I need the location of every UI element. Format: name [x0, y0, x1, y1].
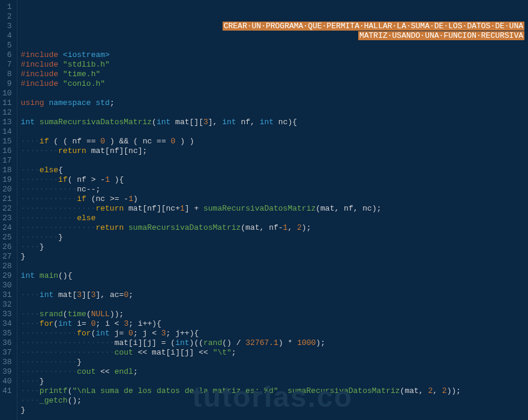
code-line[interactable]: ····else{ [21, 166, 524, 175]
line-number: 21 [2, 194, 12, 204]
code-line[interactable]: ················return sumaRecursivaDato… [21, 223, 524, 233]
code-line[interactable]: int main(){ [21, 271, 524, 281]
code-line[interactable]: ············nc--; [21, 185, 524, 194]
code-line[interactable]: ············cout << endl; [21, 367, 524, 377]
code-line[interactable] [21, 108, 524, 118]
line-number: 37 [2, 348, 12, 358]
code-line[interactable]: #include "conio.h" [21, 79, 524, 89]
code-line[interactable] [21, 89, 524, 98]
code-line[interactable]: #include "time.h" [21, 70, 524, 79]
line-number: 18 [2, 166, 12, 175]
line-number: 32 [2, 300, 12, 310]
code-line[interactable] [21, 127, 524, 137]
code-line[interactable]: ········return mat[nf][nc]; [21, 146, 524, 156]
code-line[interactable]: ····for(int i= 0; i < 3; i++){ [21, 319, 524, 329]
line-number: 10 [2, 89, 12, 98]
line-number: 38 [2, 358, 12, 367]
code-area[interactable]: CREAR·UN·PROGRAMA·QUE·PERMITA·HALLAR·LA·… [17, 0, 528, 420]
code-line[interactable]: ············for(int j= 0; j < 3; j++){ [21, 329, 524, 338]
line-number: 35 [2, 329, 12, 338]
highlighted-comment: MATRIZ·USANDO·UNA·FUNCION·RECURSIVA [358, 31, 524, 40]
line-number: 11 [2, 98, 12, 108]
code-line[interactable]: ············if (nc >= -1) [21, 194, 524, 204]
code-line[interactable] [21, 262, 524, 271]
code-line[interactable]: ················return mat[nf][nc+1] + s… [21, 204, 524, 214]
code-line[interactable]: } [21, 406, 524, 415]
line-number: 26 [2, 242, 12, 252]
line-number: 19 [2, 175, 12, 185]
code-line[interactable]: ····srand(time(NULL)); [21, 310, 524, 319]
line-number: 23 [2, 214, 12, 223]
code-line[interactable]: #include "stdlib.h" [21, 60, 524, 70]
code-line[interactable]: ····} [21, 242, 524, 252]
code-line[interactable]: ····printf("\nLa suma de los datos de la… [21, 386, 524, 396]
code-line[interactable] [21, 156, 524, 166]
line-number: 27 [2, 252, 12, 262]
line-number: 6 [2, 50, 12, 60]
code-line[interactable]: ····_getch(); [21, 396, 524, 406]
line-number: 2 [2, 12, 12, 22]
line-number: 13 [2, 118, 12, 127]
line-number: 24 [2, 223, 12, 233]
line-number-gutter: 1234567891011121314151617181920212223242… [0, 0, 17, 420]
line-number: 41 [2, 386, 12, 396]
code-line[interactable]: ····int mat[3][3], ac=0; [21, 290, 524, 300]
line-number: 12 [2, 108, 12, 118]
line-number: 16 [2, 146, 12, 156]
code-line[interactable]: ········} [21, 233, 524, 242]
line-number: 7 [2, 60, 12, 70]
line-number: 39 [2, 367, 12, 377]
code-line[interactable] [21, 281, 524, 290]
code-line[interactable]: using namespace std; [21, 98, 524, 108]
code-line[interactable]: ············} [21, 358, 524, 367]
line-number: 31 [2, 290, 12, 300]
code-line[interactable]: MATRIZ·USANDO·UNA·FUNCION·RECURSIVA [21, 31, 524, 41]
line-number: 34 [2, 319, 12, 329]
code-line[interactable]: ············else [21, 214, 524, 223]
code-line[interactable]: ····················mat[i][j] = (int)((r… [21, 338, 524, 348]
line-number: 14 [2, 127, 12, 137]
line-number: 3 [2, 22, 12, 31]
code-line[interactable] [21, 41, 524, 50]
code-line[interactable]: ····} [21, 377, 524, 386]
line-number: 17 [2, 156, 12, 166]
line-number: 4 [2, 31, 12, 41]
code-line[interactable]: int sumaRecursivaDatosMatriz(int mat[][3… [21, 118, 524, 127]
line-number: 36 [2, 338, 12, 348]
code-editor[interactable]: 1234567891011121314151617181920212223242… [0, 0, 528, 420]
line-number: 29 [2, 271, 12, 281]
line-number: 1 [2, 2, 12, 12]
line-number: 28 [2, 262, 12, 271]
line-number: 5 [2, 41, 12, 50]
line-number: 9 [2, 79, 12, 89]
line-number: 30 [2, 281, 12, 290]
line-number: 25 [2, 233, 12, 242]
line-number: 8 [2, 70, 12, 79]
line-number: 20 [2, 185, 12, 194]
line-number: 22 [2, 204, 12, 214]
code-line[interactable]: ····if ( ( nf == 0 ) && ( nc == 0 ) ) [21, 137, 524, 146]
code-line[interactable]: CREAR·UN·PROGRAMA·QUE·PERMITA·HALLAR·LA·… [21, 22, 524, 31]
code-line[interactable]: #include <iostream> [21, 50, 524, 60]
highlighted-comment: CREAR·UN·PROGRAMA·QUE·PERMITA·HALLAR·LA·… [223, 22, 524, 31]
code-line[interactable]: } [21, 252, 524, 262]
code-line[interactable] [21, 300, 524, 310]
line-number: 33 [2, 310, 12, 319]
line-number: 15 [2, 137, 12, 146]
code-line[interactable]: ····················cout << mat[i][j] <<… [21, 348, 524, 358]
code-line[interactable]: ········if( nf > -1 ){ [21, 175, 524, 185]
line-number: 40 [2, 377, 12, 386]
